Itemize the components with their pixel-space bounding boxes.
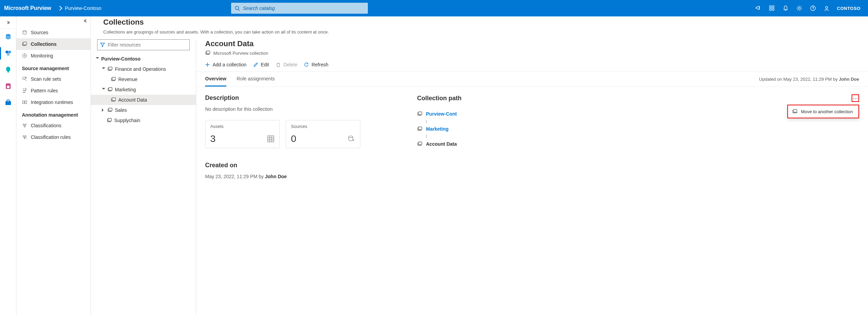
rail-data-map-icon[interactable] xyxy=(0,45,16,62)
created-text: May 23, 2022, 11:29 PM by John Doe xyxy=(205,174,397,179)
collapse-nav-button[interactable] xyxy=(83,18,88,25)
integration-runtime-icon xyxy=(22,100,27,105)
edit-button[interactable]: Edit xyxy=(253,62,269,67)
nav-classification-rules[interactable]: Classification rules xyxy=(16,131,91,143)
tree-item-finance[interactable]: Finance and Operations xyxy=(91,64,196,74)
filter-icon xyxy=(100,42,105,47)
tree-label: Account Data xyxy=(118,97,147,103)
tenant-name[interactable]: CONTOSO xyxy=(837,6,860,11)
collection-icon xyxy=(107,107,113,113)
path-item-current: Account Data xyxy=(417,138,859,150)
button-label: Add a collection xyxy=(213,62,246,67)
chevron-down-icon[interactable] xyxy=(102,88,105,91)
collection-icon xyxy=(22,41,27,47)
settings-icon[interactable] xyxy=(792,0,806,16)
svg-point-10 xyxy=(826,6,828,9)
more-actions-button[interactable]: ⋯ xyxy=(852,94,859,102)
svg-rect-5 xyxy=(772,6,774,8)
delete-button: Delete xyxy=(276,62,297,67)
collection-type-label: Microsoft Purview collection xyxy=(213,51,268,56)
nav-label: Scan rule sets xyxy=(31,76,61,82)
filter-input[interactable] xyxy=(108,42,187,48)
move-icon xyxy=(792,109,798,114)
svg-point-24 xyxy=(25,77,27,78)
nav-section-annotation: Annotation management xyxy=(16,108,91,120)
help-icon[interactable] xyxy=(806,0,820,16)
nav-integration-runtimes[interactable]: Integration runtimes xyxy=(16,96,91,108)
filter-resources[interactable] xyxy=(97,39,190,50)
collection-tree-pane: Purview-Contoso Finance and Operations R… xyxy=(91,39,196,315)
rail-data-sources-icon[interactable] xyxy=(0,29,16,45)
classification-icon xyxy=(22,123,27,128)
svg-point-22 xyxy=(23,77,25,80)
collection-title: Account Data xyxy=(205,39,868,48)
move-collection-menu-item[interactable]: Move to another collection xyxy=(788,107,858,116)
tree-label: Sales xyxy=(115,107,127,113)
nav-collections[interactable]: Collections xyxy=(16,38,91,50)
tree-label: Revenue xyxy=(118,77,137,82)
nav-scan-rule-sets[interactable]: Scan rule sets xyxy=(16,73,91,85)
collection-subtitle: Microsoft Purview collection xyxy=(205,50,868,56)
refresh-button[interactable]: Refresh xyxy=(304,62,328,67)
side-nav: Sources Collections Monitoring Source ma… xyxy=(16,16,91,315)
rail-policy-icon[interactable] xyxy=(0,78,16,94)
nav-label: Monitoring xyxy=(31,53,53,58)
delete-icon xyxy=(276,62,281,67)
collection-icon xyxy=(417,126,423,132)
resource-name[interactable]: Purview-Contoso xyxy=(65,5,102,11)
svg-point-32 xyxy=(23,135,24,137)
tree-item-revenue[interactable]: Revenue xyxy=(91,74,196,84)
tree-item-sales[interactable]: Sales xyxy=(91,105,196,115)
toolbar: Add a collection Edit Delete Refresh xyxy=(196,58,868,72)
apps-icon[interactable] xyxy=(765,0,779,16)
nav-sources[interactable]: Sources xyxy=(16,27,91,38)
chevron-right-icon[interactable] xyxy=(102,108,105,112)
nav-monitoring[interactable]: Monitoring xyxy=(16,50,91,62)
button-label: Delete xyxy=(283,62,297,67)
nav-label: Sources xyxy=(31,30,48,35)
main-content: Account Data Microsoft Purview collectio… xyxy=(196,39,868,315)
nav-classifications[interactable]: Classifications xyxy=(16,120,91,131)
description-header: Description xyxy=(205,94,397,102)
tab-overview[interactable]: Overview xyxy=(205,72,226,87)
path-item-marketing[interactable]: Marketing xyxy=(417,123,859,135)
svg-point-31 xyxy=(24,126,25,127)
rail-management-icon[interactable] xyxy=(0,94,16,111)
updated-text: Updated on May 23, 2022, 11:29 PM by Joh… xyxy=(759,77,859,82)
data-source-icon xyxy=(22,30,27,35)
menu-item-label: Move to another collection xyxy=(801,109,853,114)
plus-icon xyxy=(205,62,210,67)
tree-item-marketing[interactable]: Marketing xyxy=(91,84,196,95)
announcements-icon[interactable] xyxy=(751,0,765,16)
chevron-down-icon[interactable] xyxy=(96,57,99,61)
tree-item-account-data[interactable]: Account Data xyxy=(91,95,196,105)
tree-item-supplychain[interactable]: Supplychain xyxy=(91,115,196,126)
collection-icon xyxy=(111,97,116,103)
chevron-down-icon[interactable] xyxy=(102,67,105,71)
svg-point-13 xyxy=(8,51,11,53)
feedback-icon[interactable] xyxy=(820,0,833,16)
svg-point-14 xyxy=(7,53,10,56)
classification-rule-icon xyxy=(22,134,27,140)
page-title: Collections xyxy=(97,16,868,28)
nav-label: Collections xyxy=(31,41,56,47)
svg-point-41 xyxy=(349,136,353,138)
expand-rail-button[interactable] xyxy=(0,16,16,29)
search-catalog[interactable] xyxy=(231,3,368,14)
nav-label: Classification rules xyxy=(31,134,71,140)
add-collection-button[interactable]: Add a collection xyxy=(205,62,246,67)
tree-root[interactable]: Purview-Contoso xyxy=(91,54,196,64)
assets-card[interactable]: Assets 3 xyxy=(205,120,280,148)
svg-point-8 xyxy=(798,7,800,9)
brand-label[interactable]: Microsoft Purview xyxy=(4,5,51,11)
sources-card[interactable]: Sources 0 xyxy=(286,120,360,148)
svg-point-12 xyxy=(5,51,8,53)
nav-pattern-rules[interactable]: Pattern rules xyxy=(16,85,91,96)
tab-role-assignments[interactable]: Role assignments xyxy=(237,72,275,87)
notifications-icon[interactable] xyxy=(779,0,792,16)
svg-rect-26 xyxy=(23,101,24,104)
vertical-rail xyxy=(0,16,16,315)
pattern-rule-icon xyxy=(22,88,27,93)
search-input[interactable] xyxy=(243,5,364,11)
rail-insights-icon[interactable] xyxy=(0,62,16,78)
